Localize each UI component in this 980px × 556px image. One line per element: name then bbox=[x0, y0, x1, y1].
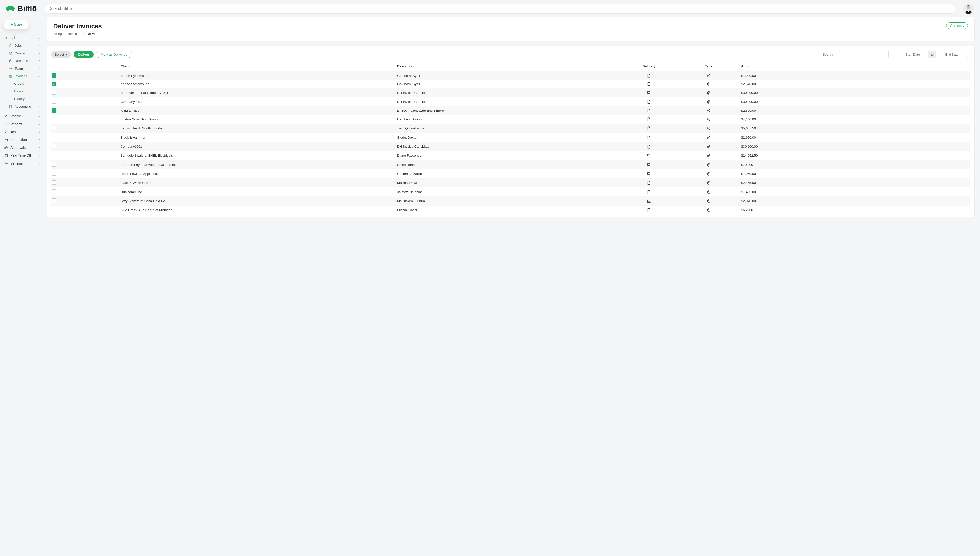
end-date-input[interactable] bbox=[936, 51, 968, 58]
table-row[interactable]: Qualcomm Inc.Jaimez, Delphine$1,455.00 bbox=[51, 187, 970, 196]
table-row[interactable]: Boston Consulting GroupHambers, Aluino$4… bbox=[51, 115, 970, 124]
avatar[interactable] bbox=[963, 3, 974, 14]
sidebar-item-label: Deliver bbox=[14, 89, 24, 93]
column-description[interactable]: Description bbox=[395, 60, 619, 71]
target-icon bbox=[9, 59, 12, 63]
document-icon bbox=[646, 181, 651, 185]
breadcrumb-item[interactable]: Billing bbox=[53, 32, 62, 36]
filter-search-input[interactable] bbox=[820, 51, 889, 58]
row-checkbox[interactable] bbox=[52, 144, 56, 148]
breadcrumb-sep: / bbox=[64, 32, 66, 36]
svg-point-18 bbox=[709, 92, 709, 93]
sidebar-item-billing[interactable]: Billing ⌄ bbox=[3, 34, 41, 42]
row-checkbox[interactable] bbox=[52, 73, 56, 78]
cell-type bbox=[679, 205, 739, 215]
table-row[interactable]: Company1091DH Invoice Candidate$30,000.0… bbox=[51, 97, 970, 106]
sidebar-item-jobs[interactable]: Jobs ‹ bbox=[3, 42, 41, 49]
sidebar-item-tools[interactable]: Tools ‹ bbox=[3, 128, 41, 136]
sidebar-item-contract[interactable]: Contract ‹ bbox=[3, 49, 41, 57]
row-checkbox[interactable] bbox=[52, 116, 56, 121]
start-date-input[interactable] bbox=[896, 51, 928, 58]
svg-rect-35 bbox=[648, 172, 650, 175]
document-icon bbox=[646, 100, 651, 104]
sidebar-item-label: Production bbox=[10, 138, 27, 142]
column-amount[interactable]: Amount bbox=[739, 60, 821, 71]
sidebar-item-people[interactable]: People ‹ bbox=[3, 112, 41, 120]
document-icon bbox=[646, 108, 651, 113]
document-icon bbox=[646, 135, 651, 140]
table-row[interactable]: Baptist Health South FloridaTwo, Qbcontr… bbox=[51, 124, 970, 133]
select-dropdown[interactable]: Select ▼ bbox=[51, 51, 71, 58]
row-checkbox[interactable] bbox=[52, 126, 56, 130]
sidebar-item-settings[interactable]: Settings ‹ bbox=[3, 159, 41, 167]
row-checkbox[interactable] bbox=[52, 189, 56, 194]
chevron-left-icon: ‹ bbox=[39, 162, 40, 165]
cell-type bbox=[679, 88, 739, 97]
row-checkbox[interactable] bbox=[52, 82, 56, 86]
table-row[interactable]: Black & White GroupMullins, Dewitt$2,165… bbox=[51, 178, 970, 187]
column-delivery[interactable]: Delivery bbox=[619, 60, 679, 71]
sidebar-item-invoices-deliver[interactable]: Deliver bbox=[3, 87, 41, 95]
table-row[interactable]: Lexy Blamire at Coca-Cola Co.McCrisken, … bbox=[51, 196, 970, 205]
table-row[interactable]: Approver 1091 at Company1091DH Invoice C… bbox=[51, 88, 970, 97]
sidebar-item-approvals[interactable]: Approvals ‹ bbox=[3, 144, 41, 152]
row-checkbox[interactable] bbox=[52, 180, 56, 185]
row-checkbox[interactable] bbox=[52, 135, 56, 139]
cell-client: Qualcomm Inc. bbox=[118, 187, 395, 196]
row-checkbox[interactable] bbox=[52, 171, 56, 176]
table-row[interactable]: Blue Cross Blue Shield of MichiganFilshi… bbox=[51, 205, 970, 215]
deliver-button[interactable]: Deliver bbox=[74, 51, 93, 58]
table-row[interactable]: Company1091DH Invoice Candidate$30,000.0… bbox=[51, 142, 970, 151]
history-button[interactable]: History bbox=[946, 23, 968, 29]
history-icon bbox=[950, 24, 953, 27]
sidebar-item-label: Reports bbox=[10, 122, 23, 126]
row-checkbox[interactable] bbox=[52, 199, 56, 203]
table-row[interactable]: Robin Lewis at Apple Inc.Castenda, Aaron… bbox=[51, 169, 970, 178]
global-search[interactable] bbox=[44, 4, 956, 13]
brand-logo[interactable]: Bilflō bbox=[5, 5, 37, 13]
row-checkbox[interactable] bbox=[52, 108, 56, 113]
svg-rect-39 bbox=[648, 200, 650, 202]
search-input[interactable] bbox=[50, 6, 950, 11]
breadcrumb-item[interactable]: Invoices bbox=[68, 32, 80, 36]
sidebar-item-invoices-create[interactable]: Create bbox=[3, 80, 41, 87]
sidebar-item-production[interactable]: Production ‹ bbox=[3, 136, 41, 144]
cell-type bbox=[679, 178, 739, 187]
sidebar-item-direct-hire[interactable]: Direct Hire ‹ bbox=[3, 57, 41, 65]
table-row[interactable]: Black & HammerStede, Dexter$2,670.00 bbox=[51, 133, 970, 142]
row-checkbox[interactable] bbox=[52, 99, 56, 103]
cell-amount: $2,670.00 bbox=[739, 133, 821, 142]
table-row[interactable]: Samuele Swale at BHEL ElectricalsDiane F… bbox=[51, 151, 970, 160]
sidebar-item-invoices-history[interactable]: History bbox=[3, 95, 41, 103]
sidebar-item-pto[interactable]: Paid Time Off ‹ bbox=[3, 152, 41, 159]
sidebar-item-team[interactable]: Team ‹ bbox=[3, 65, 41, 72]
box-icon bbox=[5, 138, 8, 141]
row-checkbox[interactable] bbox=[52, 207, 56, 212]
row-checkbox[interactable] bbox=[52, 90, 56, 95]
table-row[interactable]: Adobe Systems Inc.Goulborn, Sybil$2,570.… bbox=[51, 80, 970, 88]
sidebar-item-invoices[interactable]: Invoices ⌄ bbox=[3, 72, 41, 80]
cell-description: Diane Faccenda bbox=[395, 151, 619, 160]
cell-amount: $2,670.00 bbox=[739, 106, 821, 115]
cell-delivery bbox=[619, 133, 679, 142]
row-checkbox[interactable] bbox=[52, 162, 56, 166]
target-icon bbox=[706, 154, 711, 158]
column-type[interactable]: Type bbox=[679, 60, 739, 71]
cell-type bbox=[679, 151, 739, 160]
table-row[interactable]: Adobe Systems Inc.Goulborn, Sybil$1,929.… bbox=[51, 71, 970, 80]
chevron-left-icon: ‹ bbox=[39, 44, 40, 47]
cell-delivery bbox=[619, 106, 679, 115]
cell-delivery bbox=[619, 205, 679, 215]
row-checkbox[interactable] bbox=[52, 153, 56, 157]
table-row[interactable]: ARM LimitedBF1807, Contractor and 1 more… bbox=[51, 106, 970, 115]
laptop-icon bbox=[646, 163, 651, 167]
column-client[interactable]: Client bbox=[118, 60, 395, 71]
table-row[interactable]: Brandon Payne at Adobe Systems Inc.Smith… bbox=[51, 160, 970, 169]
svg-rect-15 bbox=[648, 91, 650, 93]
brand-name: Bilflō bbox=[18, 5, 37, 13]
sidebar-item-reports[interactable]: Reports ‹ bbox=[3, 120, 41, 128]
cell-delivery bbox=[619, 97, 679, 106]
mark-delivered-button[interactable]: Mark as Delivered bbox=[96, 51, 132, 58]
sidebar-item-accounting[interactable]: Accounting ‹ bbox=[3, 103, 41, 110]
new-button[interactable]: + New bbox=[3, 19, 29, 29]
